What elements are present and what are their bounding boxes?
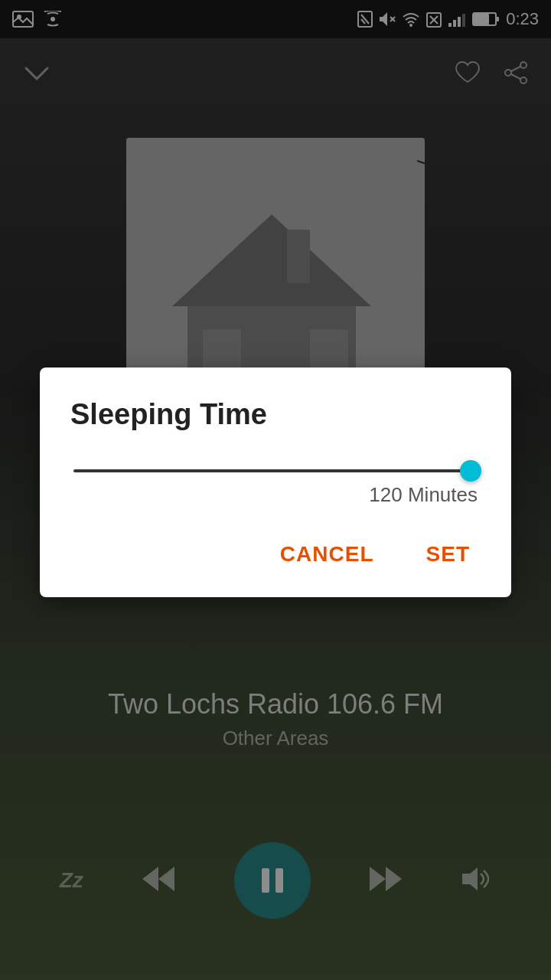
slider-value-label: 120 Minutes [73,483,478,507]
cancel-button[interactable]: CANCEL [269,534,385,574]
slider-thumb[interactable] [460,460,481,482]
sleep-timer-slider-container: 120 Minutes [70,469,481,507]
dialog-button-row: CANCEL SET [70,534,481,574]
slider-fill [73,469,461,472]
dialog-title: Sleeping Time [70,398,481,431]
sleeping-time-dialog: Sleeping Time 120 Minutes CANCEL SET [40,368,511,597]
slider-track [73,469,478,472]
set-button[interactable]: SET [416,534,481,574]
